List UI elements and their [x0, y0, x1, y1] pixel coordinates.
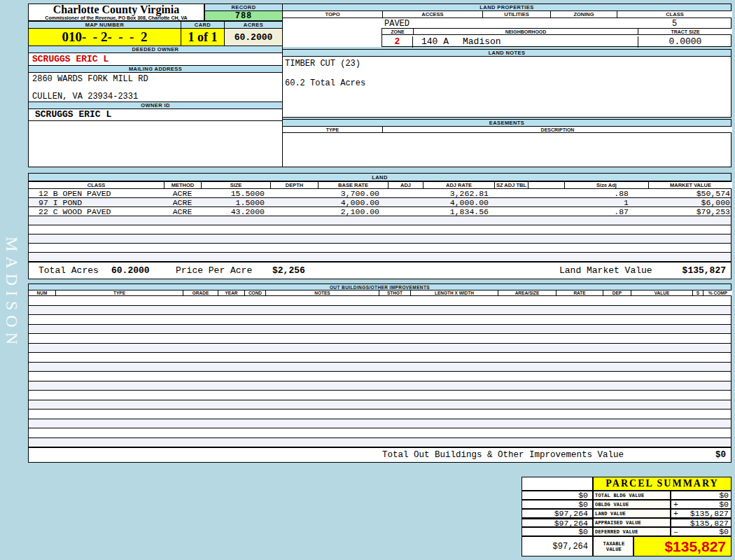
neighborhood-label: NEIGHBORHOOD [413, 29, 638, 34]
county-title: Charlotte County Virginia [29, 4, 204, 15]
ps-label-taxable: TAXABLE VALUE [593, 536, 634, 556]
address-line-2: CULLEN, VA 23934-2331 [32, 92, 138, 102]
land-totals-row: Total Acres 60.2000 Price Per Acre $2,25… [28, 262, 732, 279]
land-properties-columns: TOPO ACCESS UTILITIES ZONING CLASS [282, 10, 732, 18]
ps-op: + [673, 500, 678, 509]
sidebar-watermark: MADISON [2, 237, 21, 349]
empty-row [29, 410, 731, 419]
ps-value: $0 [719, 500, 729, 509]
land-cell-class: 22 C WOOD PAVED [38, 207, 161, 216]
land-col-market-value: MARKET VALUE [648, 182, 732, 188]
taxable-value: $135,827 [634, 536, 732, 556]
ps-prior-land: $97,264 [522, 509, 593, 518]
easement-type-label: TYPE [283, 127, 382, 132]
price-per-acre-label: Price Per Acre [176, 262, 252, 279]
land-cell-method: ACRE [164, 198, 201, 206]
land-col-size-adj: Size Adj [564, 182, 648, 188]
ps-value-obldg: + $0 [671, 500, 732, 509]
tract-size-label: TRACT SIZE [638, 29, 732, 34]
land-cell-method: ACRE [164, 189, 201, 197]
ps-label-land: LAND VALUE [593, 509, 671, 518]
empty-row [29, 419, 731, 429]
land-cell-base-rate: 4,000.00 [318, 198, 379, 206]
class-value: 5 [617, 19, 732, 29]
ps-label-obldg: OBLDG VALUE [593, 500, 671, 509]
zone-value: 2 [382, 36, 413, 48]
ob-col-pct-comp: % COMP [703, 290, 732, 295]
land-row-2: 97 I POND ACRE 1.5000 4,000.00 4,000.00 … [28, 198, 732, 207]
empty-row [29, 306, 731, 316]
land-note-line-2: 60.2 Total Acres [285, 78, 365, 88]
ps-label-total-bldg: TOTAL BLDG VALUE [593, 491, 671, 500]
county-subtitle: Commissioner of the Revenue, PO Box 308,… [29, 15, 204, 20]
ob-col-area-size: AREA/SIZE [498, 290, 556, 295]
land-cell-market-value: $50,574 [648, 189, 730, 197]
ob-col-year: YEAR [218, 290, 244, 295]
empty-row [29, 225, 731, 234]
neighborhood-code: 140 A [421, 36, 449, 47]
record-value: 788 [204, 10, 283, 21]
land-cell-size-adj: .88 [564, 189, 629, 197]
land-note-line-1: TIMBER CUT (23) [285, 59, 360, 69]
empty-row [29, 353, 731, 363]
land-market-value: $135,827 [682, 262, 726, 279]
total-acres-value: 60.2000 [111, 262, 150, 279]
land-col-adj: ADJ [388, 182, 423, 188]
land-market-value-label: Land Market Value [559, 262, 652, 279]
land-cell-base-rate: 3,700.00 [318, 189, 379, 197]
empty-row [29, 391, 731, 400]
ob-col-sthgt: STHGT [379, 290, 410, 295]
land-row-1: 12 B OPEN PAVED ACRE 15.5000 3,700.00 3,… [28, 189, 732, 198]
ps-value-appraised: $135,827 [671, 518, 732, 527]
total-acres-label: Total Acres [38, 262, 99, 279]
ob-col-cond: COND [244, 290, 265, 295]
ps-value: $135,827 [690, 510, 729, 518]
ps-value: $0 [719, 528, 729, 536]
out-buildings-columns: NUM TYPE GRADE YEAR COND NOTES STHGT LEN… [28, 290, 732, 296]
land-section-header: LAND [28, 173, 732, 181]
land-col-method: METHOD [164, 182, 201, 188]
land-cell-size-adj: 1 [564, 198, 629, 206]
ob-col-rate: RATE [556, 290, 603, 295]
empty-row [29, 400, 731, 410]
land-empty-rows [28, 216, 732, 262]
map-number-value: 010- - 2- - - 2 [28, 28, 181, 46]
land-table-columns: CLASS METHOD SIZE DEPTH BASE RATE ADJ AD… [28, 181, 732, 189]
empty-row [29, 315, 731, 325]
land-cell-size: 43.2000 [201, 207, 265, 216]
zone-spacer [282, 28, 382, 47]
ps-prior-taxable: $97,264 [522, 536, 593, 556]
neighborhood-name: Madison [463, 36, 501, 47]
land-col-sz-adj-tbl: SZ ADJ TBL [494, 182, 528, 188]
empty-row [29, 244, 731, 253]
ps-prior-obldg: $0 [522, 500, 593, 509]
empty-row [29, 428, 731, 438]
land-cell-method: ACRE [164, 207, 201, 216]
land-cell-market-value: $6,000 [648, 198, 730, 206]
access-value: PAVED [384, 19, 410, 29]
land-col-base-rate: BASE RATE [318, 182, 388, 188]
col-zoning: ZONING [550, 11, 617, 18]
ps-prior-total-bldg: $0 [522, 491, 593, 500]
price-per-acre-value: $2,256 [272, 262, 305, 279]
empty-row [29, 382, 731, 391]
ps-op: + [673, 510, 678, 518]
land-cell-adj-rate: 1,834.56 [423, 207, 489, 216]
empty-row [29, 438, 731, 448]
owner-panel-spacer [28, 120, 283, 167]
land-cell-adj-rate: 3,262.81 [423, 189, 489, 197]
col-access: ACCESS [382, 11, 482, 18]
land-cell-base-rate: 2,100.00 [318, 207, 379, 216]
tract-size-value: 0.0000 [638, 36, 732, 48]
col-utilities: UTILITIES [482, 11, 550, 18]
empty-row [29, 234, 731, 244]
land-col-adj-rate: ADJ RATE [423, 182, 494, 188]
address-line-1: 2860 WARDS FORK MILL RD [32, 74, 148, 84]
deeded-owner-value: SCRUGGS ERIC L [28, 52, 283, 66]
empty-row [29, 253, 731, 262]
land-cell-size: 15.5000 [201, 189, 265, 197]
land-col-class: CLASS [29, 182, 164, 188]
empty-row [29, 334, 731, 344]
ps-label-deferred: DEFERRED VALUE [593, 527, 671, 536]
ps-value-total-bldg: $0 [671, 491, 732, 500]
